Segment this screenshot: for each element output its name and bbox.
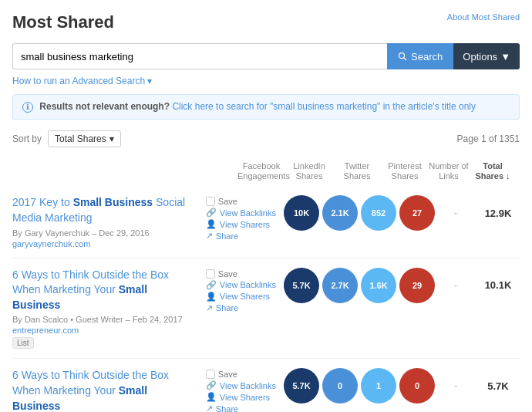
share-action[interactable]: ↗ Share	[206, 404, 276, 412]
result-actions: Save 🔗 View Backlinks 👤 View Sharers ↗ S…	[206, 368, 276, 412]
col-header-total: Total Shares ↓	[469, 161, 517, 181]
twitter-metric: 1.6K	[361, 268, 396, 303]
col-header-numlinks: Number of Links	[429, 161, 469, 181]
save-checkbox[interactable]	[206, 269, 215, 279]
view-sharers-action[interactable]: 👤 View Sharers	[206, 392, 276, 402]
save-action[interactable]: Save	[206, 197, 276, 206]
result-tag: List	[12, 337, 34, 349]
result-title[interactable]: 2017 Key to Small Business Social Media …	[12, 195, 198, 225]
backlinks-icon: 🔗	[206, 208, 217, 218]
result-metrics: 5.7K 0 1 0 - 5.7K	[284, 368, 520, 404]
total-shares: 12.9K	[476, 208, 520, 219]
relevance-link[interactable]: Click here to search for "small business…	[172, 101, 476, 112]
backlinks-label: View Backlinks	[220, 381, 276, 390]
sort-option: Total Shares	[55, 133, 106, 144]
linkedin-metric: 2.7K	[322, 268, 358, 303]
share-action[interactable]: ↗ Share	[206, 303, 276, 313]
result-domain[interactable]: entrepreneur.com	[12, 326, 198, 335]
col-header-pinterest: Pinterest Shares	[381, 161, 429, 181]
share-label: Share	[216, 231, 238, 241]
sharers-label: View Sharers	[220, 393, 270, 402]
about-most-shared-link[interactable]: About Most Shared	[447, 12, 520, 22]
info-icon: ℹ	[22, 102, 33, 113]
search-button-label: Search	[411, 51, 443, 62]
dropdown-arrow-icon: ▾	[109, 133, 114, 144]
sharers-icon: 👤	[206, 392, 217, 402]
result-meta: By Gary Vaynerchuk – Dec 29, 2016	[12, 228, 198, 238]
chevron-icon: ▾	[147, 76, 152, 86]
share-action[interactable]: ↗ Share	[206, 231, 276, 241]
search-bar: Search Options ▼	[12, 43, 520, 69]
pinterest-metric: 0	[399, 368, 435, 404]
result-title[interactable]: 6 Ways to Think Outside the Box When Mar…	[12, 368, 198, 412]
sort-dropdown[interactable]: Total Shares ▾	[48, 130, 121, 147]
table-row: 2017 Key to Small Business Social Media …	[12, 186, 520, 258]
share-label: Share	[216, 404, 238, 412]
result-left: 6 Ways to Think Outside the Box When Mar…	[12, 368, 206, 412]
backlinks-label: View Backlinks	[220, 280, 276, 289]
page-title: Most Shared	[12, 12, 520, 32]
linkedin-metric: 0	[322, 368, 358, 404]
sharers-icon: 👤	[206, 219, 217, 229]
twitter-metric: 1	[361, 368, 396, 404]
options-button[interactable]: Options ▼	[453, 43, 520, 69]
pinterest-metric: 29	[399, 268, 435, 303]
share-icon: ↗	[206, 404, 213, 412]
relevance-prefix: Results not relevant enough?	[39, 101, 170, 112]
save-action[interactable]: Save	[206, 370, 276, 379]
backlinks-icon: 🔗	[206, 280, 217, 290]
result-metrics: 10K 2.1K 852 27 - 12.9K	[284, 195, 520, 231]
result-actions: Save 🔗 View Backlinks 👤 View Sharers ↗ S…	[206, 268, 276, 313]
result-left: 6 Ways to Think Outside the Box When Mar…	[12, 268, 206, 350]
total-shares: 5.7K	[476, 380, 520, 392]
twitter-metric: 852	[361, 195, 396, 231]
links-metric: -	[438, 368, 473, 404]
total-shares: 10.1K	[476, 279, 520, 291]
svg-line-1	[404, 58, 407, 61]
facebook-metric: 5.7K	[284, 268, 319, 303]
save-checkbox[interactable]	[206, 370, 215, 379]
sort-label: Sort by	[12, 133, 42, 144]
pinterest-metric: 27	[399, 195, 435, 231]
view-backlinks-action[interactable]: 🔗 View Backlinks	[206, 380, 276, 390]
search-button[interactable]: Search	[387, 43, 453, 69]
table-row: 6 Ways to Think Outside the Box When Mar…	[12, 359, 520, 412]
sort-row: Sort by Total Shares ▾	[12, 130, 121, 147]
view-backlinks-action[interactable]: 🔗 View Backlinks	[206, 208, 276, 218]
advanced-search-link[interactable]: How to run an Advanced Search ▾	[12, 76, 520, 86]
share-label: Share	[216, 303, 238, 312]
linkedin-metric: 2.1K	[322, 195, 358, 231]
result-domain[interactable]: garyvaynerchuk.com	[12, 239, 198, 248]
table-row: 6 Ways to Think Outside the Box When Mar…	[12, 258, 520, 360]
backlinks-label: View Backlinks	[220, 208, 276, 218]
col-header-facebook: Facebook Engagements	[237, 161, 285, 181]
chevron-down-icon: ▼	[500, 51, 510, 62]
sharers-label: View Sharers	[220, 292, 270, 301]
options-label: Options	[463, 51, 497, 62]
view-backlinks-action[interactable]: 🔗 View Backlinks	[206, 280, 276, 290]
view-sharers-action[interactable]: 👤 View Sharers	[206, 219, 276, 229]
col-header-linkedin: LinkedIn Shares	[285, 161, 333, 181]
view-sharers-action[interactable]: 👤 View Sharers	[206, 292, 276, 302]
about-link[interactable]: About Most Shared	[447, 12, 520, 22]
result-left: 2017 Key to Small Business Social Media …	[12, 195, 206, 248]
save-checkbox[interactable]	[206, 197, 215, 206]
svg-point-0	[399, 53, 405, 59]
search-input[interactable]	[12, 43, 387, 69]
sharers-icon: 👤	[206, 292, 217, 302]
result-actions: Save 🔗 View Backlinks 👤 View Sharers ↗ S…	[206, 195, 276, 241]
save-label: Save	[218, 197, 237, 206]
links-metric: -	[438, 195, 473, 231]
facebook-metric: 10K	[284, 195, 319, 231]
save-label: Save	[218, 370, 237, 379]
result-title[interactable]: 6 Ways to Think Outside the Box When Mar…	[12, 268, 198, 313]
save-action[interactable]: Save	[206, 269, 276, 279]
share-icon: ↗	[206, 231, 213, 241]
share-icon: ↗	[206, 303, 213, 313]
result-metrics: 5.7K 2.7K 1.6K 29 - 10.1K	[284, 268, 520, 303]
page-indicator: Page 1 of 1351	[457, 133, 520, 144]
links-metric: -	[438, 268, 473, 303]
save-label: Save	[218, 269, 237, 279]
result-meta: By Dan Scalco • Guest Writer – Feb 24, 2…	[12, 315, 198, 324]
facebook-metric: 5.7K	[284, 368, 319, 404]
